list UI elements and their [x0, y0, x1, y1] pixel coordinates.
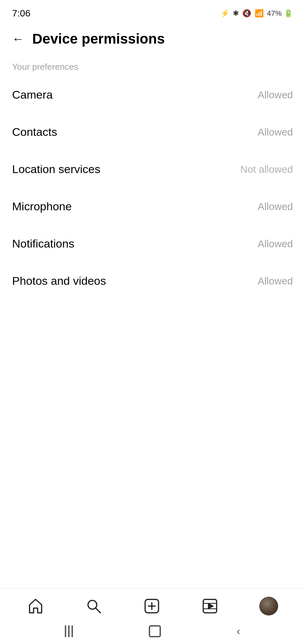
nav-add-button[interactable]: [143, 597, 161, 615]
permission-item-location[interactable]: Location services Not allowed: [0, 151, 305, 188]
permission-item-notifications[interactable]: Notifications Allowed: [0, 225, 305, 262]
back-button[interactable]: ←: [12, 33, 24, 45]
page-title: Device permissions: [32, 31, 165, 47]
wifi-icon: 📶: [255, 9, 264, 18]
permission-status-location: Not allowed: [240, 164, 293, 175]
status-time: 7:06: [12, 8, 31, 19]
permission-item-camera[interactable]: Camera Allowed: [0, 76, 305, 113]
gesture-back-arrow: ‹: [236, 625, 240, 637]
permission-name-contacts: Contacts: [12, 125, 57, 139]
profile-avatar: [259, 597, 278, 615]
gesture-line-3: [72, 625, 73, 637]
svg-line-1: [96, 608, 100, 613]
permission-name-photos: Photos and videos: [12, 274, 106, 287]
nav-home-button[interactable]: [27, 597, 44, 615]
permission-status-notifications: Allowed: [258, 238, 293, 250]
gesture-home-square: [149, 625, 161, 637]
permission-name-location: Location services: [12, 163, 100, 176]
nav-reels-button[interactable]: [201, 597, 219, 615]
permission-status-microphone: Allowed: [258, 201, 293, 212]
gesture-line-2: [68, 625, 70, 637]
mute-icon: 🔇: [242, 9, 251, 18]
gesture-back-lines: [65, 625, 73, 637]
permission-name-camera: Camera: [12, 88, 53, 101]
header: ← Device permissions: [0, 24, 305, 54]
status-bar: 7:06 ⚡ ✱ 🔇 📶 47% 🔋: [0, 0, 305, 24]
permission-status-contacts: Allowed: [258, 126, 293, 138]
permission-item-contacts[interactable]: Contacts Allowed: [0, 113, 305, 151]
bottom-nav: ‹: [0, 588, 305, 644]
nav-icons-row: [0, 589, 305, 621]
permission-name-notifications: Notifications: [12, 237, 74, 250]
permission-status-camera: Allowed: [258, 89, 293, 101]
nav-profile-button[interactable]: [259, 597, 278, 615]
permission-item-microphone[interactable]: Microphone Allowed: [0, 188, 305, 225]
permission-item-photos[interactable]: Photos and videos Allowed: [0, 262, 305, 300]
section-label: Your preferences: [0, 54, 305, 76]
bluetooth-icon: ⚡: [220, 9, 229, 18]
bluetooth-icon2: ✱: [233, 9, 239, 18]
gesture-line-1: [65, 625, 66, 637]
permission-list: Camera Allowed Contacts Allowed Location…: [0, 76, 305, 644]
nav-search-button[interactable]: [85, 597, 102, 615]
permission-status-photos: Allowed: [258, 275, 293, 287]
battery-status: 47% 🔋: [267, 9, 293, 18]
gesture-bar: ‹: [0, 621, 305, 644]
status-icons: ⚡ ✱ 🔇 📶 47% 🔋: [220, 9, 293, 18]
permission-name-microphone: Microphone: [12, 200, 72, 213]
